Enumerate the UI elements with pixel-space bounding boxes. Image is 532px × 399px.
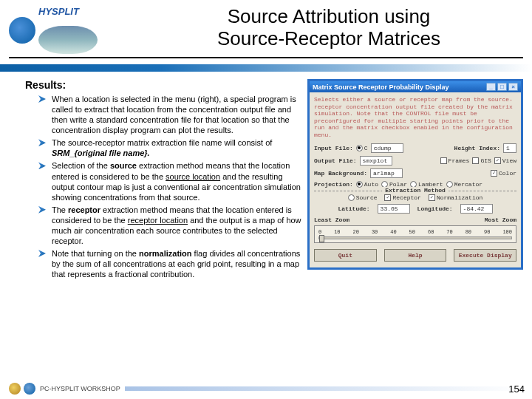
map-bg-field[interactable]: arlmap [370, 168, 403, 178]
frames-checkbox[interactable] [440, 157, 447, 164]
footer-text: PC-HYSPLIT WORKSHOP [40, 385, 120, 392]
view-checkbox[interactable]: ✓ [494, 157, 501, 164]
latitude-label: Latitude: [338, 205, 369, 212]
quit-button[interactable]: Quit [314, 249, 377, 262]
list-item: The source-receptor matrix extraction fi… [38, 137, 301, 158]
minimize-icon[interactable]: _ [486, 83, 496, 91]
list-item: When a location is selected in the menu … [38, 94, 301, 135]
height-index-label: Height Index: [454, 145, 500, 151]
noaa-logo-icon [9, 17, 35, 44]
title-underline [9, 57, 523, 58]
execute-display-button[interactable]: Execute Display [454, 249, 516, 262]
projection-label: Projection: [314, 181, 353, 188]
zoom-most-label: Most Zoom [485, 216, 516, 223]
decorative-stripe [0, 64, 532, 72]
slide-title: Source Attribution using Source-Receptor… [134, 6, 523, 50]
slider-thumb-icon[interactable] [319, 235, 324, 242]
list-item: Selection of the source extraction metho… [38, 160, 301, 202]
zoom-slider[interactable]: 0102030405060708090100 [314, 225, 516, 243]
map-bg-label: Map Background: [314, 170, 367, 177]
list-item: Note that turning on the normalization f… [38, 248, 301, 279]
dialog-instructions: Selects either a source or receptor map … [314, 96, 516, 139]
dialog-titlebar: Matrix Source Receptor Probability Displ… [310, 81, 521, 92]
gis-checkbox[interactable] [472, 157, 479, 164]
list-item: The receptor extraction method means tha… [38, 205, 301, 246]
globe-icon [38, 26, 98, 54]
output-file-field[interactable]: smxplot [360, 156, 392, 166]
color-checkbox[interactable]: ✓ [491, 170, 497, 177]
source-radio[interactable] [348, 194, 355, 201]
height-index-field[interactable]: 1 [503, 143, 516, 153]
maximize-icon[interactable]: □ [497, 83, 507, 91]
longitude-label: Longitude: [417, 205, 453, 212]
footer-stripe [125, 386, 523, 391]
output-file-label: Output File: [314, 157, 357, 164]
input-file-radio[interactable] [356, 145, 363, 151]
close-icon[interactable]: × [508, 83, 518, 91]
input-file-label: Input File: [314, 145, 353, 151]
extraction-separator: Extraction Method [314, 191, 516, 191]
latitude-field[interactable]: 33.65 [378, 204, 410, 214]
hysplit-label: HYSPLIT [38, 6, 98, 17]
logo-area: HYSPLIT [9, 6, 134, 54]
help-button[interactable]: Help [384, 249, 447, 262]
agency-seal-icon [9, 383, 21, 395]
zoom-least-label: Least Zoom [314, 216, 349, 223]
input-file-field[interactable]: cdump [371, 143, 403, 153]
dialog-window: Matrix Source Receptor Probability Displ… [307, 79, 523, 270]
noaa-seal-icon [24, 383, 35, 395]
normalization-checkbox[interactable]: ✓ [429, 194, 435, 201]
dialog-title: Matrix Source Receptor Probability Displ… [313, 83, 486, 91]
results-list: When a location is selected in the menu … [38, 94, 301, 279]
receptor-checkbox[interactable]: ✓ [384, 194, 391, 201]
page-number: 154 [508, 383, 525, 395]
longitude-field[interactable]: -84.42 [460, 204, 493, 214]
results-heading: Results: [25, 79, 301, 91]
proj-auto-radio[interactable] [356, 181, 363, 188]
